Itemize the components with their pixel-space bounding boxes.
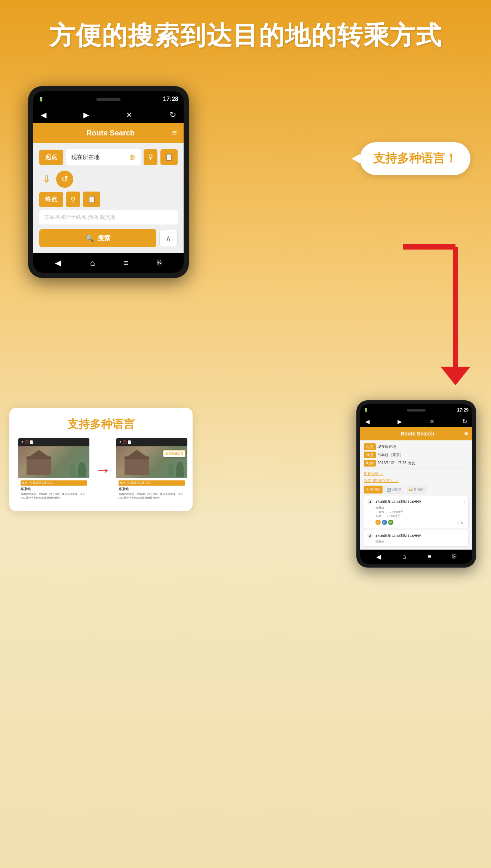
small-start-row: 起点 现在所在地 <box>364 443 469 450</box>
bottom-card: 支持多种语言 ↺ 🚫 📄 概述（交通/其他交通方式） 东京站 首都的中央站。19… <box>9 408 193 511</box>
app-header-large: Route Search ≡ <box>33 123 184 143</box>
start-pin-btn[interactable]: ⚲ <box>144 149 157 165</box>
tab-count-icon: 🔄 <box>387 488 391 492</box>
bottom-back-icon[interactable]: ◀ <box>55 258 61 268</box>
result-2-time: 17:30出发-17:45到达 / 15分钟 <box>375 534 421 538</box>
start-row: 起点 现在所在地 ⊗ ⚲ 📋 <box>39 149 178 165</box>
swap-btn[interactable]: ↺ <box>56 171 73 188</box>
after-popup: 公共交通工具 <box>163 450 185 457</box>
before-screen: ↺ 🚫 📄 概述（交通/其他交通方式） 东京站 首都的中央站。1914年（大正3… <box>18 438 89 502</box>
phone-battery-icon: 🔋 <box>39 97 44 102</box>
bottom-home-icon[interactable]: ⌂ <box>90 258 95 268</box>
bottom-share-icon[interactable]: ⎘ <box>157 258 162 268</box>
before-topbar-icons: ↺ 🚫 📄 <box>21 440 34 444</box>
app-title-large: Route Search <box>49 129 172 137</box>
card-content: ↺ 🚫 📄 概述（交通/其他交通方式） 东京站 首都的中央站。1914年（大正3… <box>18 438 184 502</box>
small-nav-forward[interactable]: ▶ <box>398 418 402 425</box>
result-icon-time: ⏱ <box>375 520 381 525</box>
after-desc: 首都的中央站。1914年（大正3年）建成开始营业。丸之内口开业当初的车站是朝时是… <box>119 492 185 500</box>
end-bookmark-btn[interactable]: 📋 <box>83 192 100 207</box>
small-nav-close[interactable]: ✕ <box>430 418 435 425</box>
end-row: 终点 ⚲ 📋 <box>39 192 178 207</box>
start-value: 现在所在地 <box>71 154 99 161</box>
result-1-number: 1 <box>367 499 373 505</box>
phone-top-bar: 🔋 17:28 <box>33 91 184 107</box>
start-input[interactable]: 现在所在地 ⊗ <box>66 149 141 165</box>
nav-forward-icon[interactable]: ▶ <box>83 110 89 119</box>
small-bottom-back[interactable]: ◀ <box>376 553 381 561</box>
start-label-btn[interactable]: 起点 <box>39 150 63 165</box>
result-2-number: 2 <box>367 533 373 539</box>
large-phone-device: 🔋 17:28 ◀ ▶ ✕ ↻ Route Search ≡ 起点 <box>28 86 189 278</box>
small-nav-controls[interactable]: ◀ ▶ ✕ ↻ <box>360 416 472 427</box>
end-label-btn[interactable]: 终点 <box>39 192 63 207</box>
search-icon: 🔍 <box>86 234 94 242</box>
before-desc: 首都的中央站。1914年（大正3年）建成开始营业。丸之内口开业当初的车站是朝时六… <box>21 492 87 500</box>
small-phone-device: 🔋 17:29 ◀ ▶ ✕ ↻ Route Search ≡ 起点 现在所在地 <box>356 400 476 568</box>
result-1-ticket: 车票 / 170日元 <box>375 514 465 518</box>
small-nav-refresh[interactable]: ↻ <box>462 418 467 425</box>
nav-refresh-icon[interactable]: ↻ <box>169 110 176 120</box>
down-arrows-icon: ⇓ <box>42 174 51 184</box>
small-menu-icon[interactable]: ≡ <box>464 430 468 437</box>
small-bottom-home[interactable]: ⌂ <box>402 553 406 560</box>
up-arrow-btn-small[interactable]: ∧ <box>458 520 465 525</box>
phone-screen-large: Route Search ≡ 起点 现在所在地 ⊗ ⚲ 📋 ⇓ <box>33 123 184 253</box>
search-btn[interactable]: 🔍 搜索 <box>39 229 156 247</box>
after-text: 概述（交通/其他交通方式） 东京站 首都的中央站。1914年（大正3年）建成开始… <box>116 478 187 502</box>
before-screen-topbar: ↺ 🚫 📄 <box>18 438 89 446</box>
after-station-name: 东京站 <box>119 487 185 492</box>
before-label-bar: 概述（交通/其他交通方式） <box>21 480 87 486</box>
search-row: 🔍 搜索 ∧ <box>39 229 178 247</box>
menu-icon-large[interactable]: ≡ <box>172 128 177 138</box>
end-placeholder: 车站名和巴士站名,酒店,观光地 <box>45 214 116 220</box>
speech-bubble: 支持多种语言！ <box>360 142 470 175</box>
tab-cost-icon: 💴 <box>408 488 412 492</box>
clear-start-icon[interactable]: ⊗ <box>129 153 135 162</box>
tab-cost[interactable]: 💴 费用额 <box>406 486 426 493</box>
result-1-details: 换乘/0 ＩＣ卡 / 165日元 车票 / 170日元 <box>375 506 465 518</box>
route-form-large: 起点 现在所在地 ⊗ ⚲ 📋 ⇓ ↺ 终点 ⚲ 📋 <box>33 143 184 253</box>
phone-bottom-nav-large: ◀ ⌂ ≡ ⎘ <box>33 253 184 273</box>
result-1-transfer: 换乘/0 <box>375 506 465 510</box>
after-screen-topbar: ↺ 🚫 📄 <box>116 438 187 446</box>
page-header: 方便的搜索到达目的地的转乘方式 <box>0 0 491 60</box>
end-input[interactable]: 车站名和巴士站名,酒店,观光地 <box>39 210 178 224</box>
tab-time[interactable]: ⏱ 时间段 <box>364 486 383 493</box>
scroll-up-btn[interactable]: ∧ <box>159 230 178 247</box>
result-icon-ic: IC <box>382 520 387 525</box>
small-first-use-link[interactable]: 致使用轮椅的客人 ＞ <box>364 479 399 483</box>
red-arrow <box>403 232 470 382</box>
small-app-header: Route Search ≡ <box>360 427 472 440</box>
before-img <box>18 446 89 478</box>
before-text: 概述（交通/其他交通方式） 东京站 首都的中央站。1914年（大正3年）建成开始… <box>18 478 89 502</box>
small-time-value: 2016/11/21 17:28 出发 <box>377 461 415 466</box>
result-1-chevron: › <box>464 499 465 504</box>
small-bottom-menu[interactable]: ≡ <box>427 553 431 560</box>
small-end-label: 终点 <box>364 452 376 458</box>
after-screen: ↺ 🚫 📄 公共交通工具 概述（交通/其他交通方式） 东京站 首都的中央站。19… <box>116 438 187 502</box>
bottom-menu-icon[interactable]: ≡ <box>123 258 128 268</box>
small-bottom-share[interactable]: ⎘ <box>452 553 456 560</box>
after-label-bar: 概述（交通/其他交通方式） <box>119 480 185 486</box>
small-icon-legend-link[interactable]: 图标说明 ＞ <box>364 472 384 476</box>
phone-nav-controls[interactable]: ◀ ▶ ✕ ↻ <box>33 107 184 123</box>
small-nav-back[interactable]: ◀ <box>365 418 370 425</box>
phone-time-large: 17:28 <box>163 96 178 103</box>
small-divider <box>364 468 469 468</box>
nav-back-icon[interactable]: ◀ <box>41 110 46 119</box>
small-link-row2[interactable]: 致使用轮椅的客人 ＞ <box>364 477 469 483</box>
small-phone-top-bar: 🔋 17:29 <box>360 404 472 416</box>
small-tabs: ⏱ 时间段 🔄 回数票 💴 费用额 <box>364 486 469 493</box>
small-link-row1[interactable]: 图标说明 ＞ <box>364 470 469 477</box>
result-2[interactable]: 2 17:30出发-17:45到达 / 15分钟 换乘/0 <box>364 530 469 547</box>
card-arrow: → <box>95 461 111 479</box>
card-title: 支持多种语言 <box>18 417 184 432</box>
result-1-ic: ＩＣ卡 / 165日元 <box>375 510 465 514</box>
nav-close-icon[interactable]: ✕ <box>126 110 132 119</box>
result-1[interactable]: 1 17:28出发-17:43到达 / 15分钟 › 换乘/0 ＩＣ卡 / 16… <box>364 496 469 528</box>
end-pin-btn[interactable]: ⚲ <box>66 192 80 207</box>
bubble-text: 支持多种语言！ <box>373 152 457 165</box>
tab-count[interactable]: 🔄 回数票 <box>384 486 404 493</box>
start-bookmark-btn[interactable]: 📋 <box>160 149 178 165</box>
